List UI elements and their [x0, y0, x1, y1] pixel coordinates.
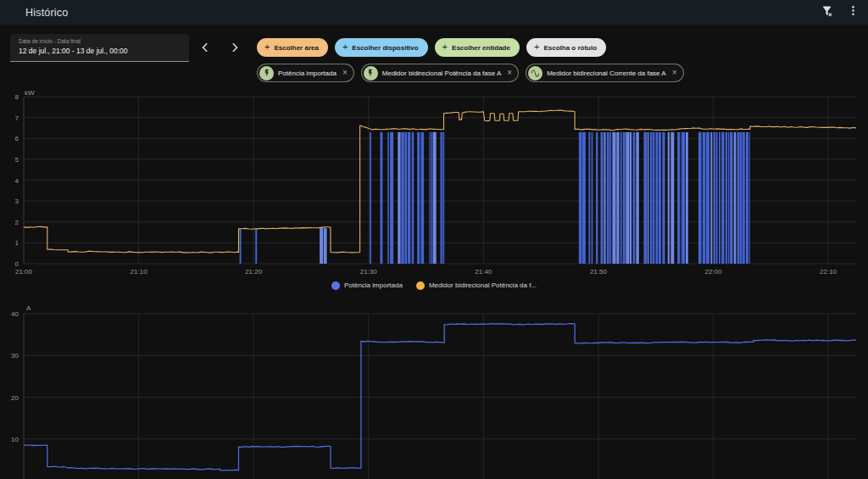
date-range-label: Data de início - Data final	[19, 38, 189, 44]
svg-text:8: 8	[15, 93, 19, 101]
svg-text:A: A	[26, 304, 31, 312]
legend-item-meter-power[interactable]: Medidor bidirecional Potência da f...	[416, 281, 537, 290]
legend-dot-blue	[331, 281, 340, 290]
legend-label: Medidor bidirecional Potência da f...	[429, 281, 537, 289]
close-icon[interactable]: ×	[342, 69, 348, 77]
date-range-value: 12 de jul., 21:00 - 13 de jul., 00:00	[19, 47, 189, 55]
svg-text:6: 6	[15, 135, 19, 142]
power-history-chart[interactable]: 01234567821:0021:1021:2021:3021:4021:502…	[0, 88, 868, 278]
chip-label: Medidor bidirecional Corrente da fase A	[547, 70, 666, 77]
remove-filters-button[interactable]	[819, 4, 836, 21]
chip-label: Escolher dispositivo	[352, 44, 418, 52]
plus-icon: +	[342, 42, 348, 52]
svg-text:21:50: 21:50	[590, 268, 608, 276]
chevron-right-icon	[228, 41, 242, 58]
svg-text:kW: kW	[25, 89, 35, 97]
chip-label: Potência importada	[278, 70, 337, 77]
close-icon[interactable]: ×	[672, 69, 677, 77]
sine-wave-icon	[528, 66, 542, 81]
plus-icon: +	[534, 42, 539, 52]
svg-text:21:30: 21:30	[360, 268, 378, 276]
svg-text:5: 5	[15, 156, 19, 164]
choose-entity-chip[interactable]: + Escolher entidade	[435, 38, 520, 57]
svg-text:21:00: 21:00	[15, 268, 33, 276]
current-history-chart[interactable]: 010203040A	[0, 302, 868, 479]
entity-chip-meter-current-phase-a[interactable]: Medidor bidirecional Corrente da fase A …	[526, 64, 683, 82]
svg-text:40: 40	[11, 310, 19, 318]
svg-text:2: 2	[15, 219, 19, 226]
app-bar-actions	[819, 4, 861, 21]
entity-chip-meter-power-phase-a[interactable]: Medidor bidirecional Potência da fase A …	[361, 64, 519, 82]
history-page: Histórico	[0, 0, 868, 479]
svg-text:22:10: 22:10	[820, 268, 837, 276]
svg-text:10: 10	[11, 436, 19, 443]
legend-dot-orange	[416, 281, 425, 290]
app-bar: Histórico	[0, 0, 868, 25]
legend-item-imported-power[interactable]: Potência importada	[331, 281, 403, 290]
filter-chip-row: + Escolher área + Escolher dispositivo +…	[257, 38, 606, 57]
menu-dots-icon	[847, 4, 860, 20]
next-period-button[interactable]	[225, 40, 244, 58]
flash-icon	[364, 66, 378, 81]
choose-device-chip[interactable]: + Escolher dispositivo	[335, 38, 428, 57]
page-title: Histórico	[25, 7, 68, 19]
svg-text:0: 0	[15, 260, 19, 268]
svg-text:20: 20	[11, 394, 19, 402]
previous-period-button[interactable]	[196, 40, 214, 58]
choose-label-chip[interactable]: + Escolha o rótulo	[526, 38, 606, 57]
chip-label: Escolher entidade	[452, 44, 510, 52]
chevron-left-icon	[198, 41, 212, 58]
choose-area-chip[interactable]: + Escolher área	[257, 38, 328, 57]
entity-chip-row: Potência importada × Medidor bidireciona…	[257, 64, 684, 82]
svg-text:3: 3	[15, 198, 19, 205]
plus-icon: +	[264, 42, 270, 52]
legend-label: Potência importada	[344, 281, 403, 289]
overflow-menu-button[interactable]	[844, 4, 861, 21]
svg-text:30: 30	[11, 352, 19, 359]
chip-label: Escolha o rótulo	[543, 44, 597, 52]
svg-text:21:10: 21:10	[131, 268, 148, 276]
svg-text:22:00: 22:00	[704, 268, 722, 276]
svg-text:4: 4	[15, 177, 19, 185]
date-range-field[interactable]: Data de início - Data final 12 de jul., …	[10, 34, 189, 62]
svg-text:7: 7	[15, 114, 19, 122]
filter-remove-icon	[821, 4, 834, 21]
chip-label: Escolher área	[274, 44, 318, 52]
svg-text:21:20: 21:20	[245, 268, 263, 276]
plus-icon: +	[442, 42, 448, 52]
entity-chip-imported-power[interactable]: Potência importada ×	[257, 64, 354, 82]
close-icon[interactable]: ×	[507, 69, 512, 77]
flash-icon	[259, 66, 274, 81]
chip-label: Medidor bidirecional Potência da fase A	[382, 70, 502, 77]
svg-text:21:40: 21:40	[475, 268, 492, 276]
svg-text:1: 1	[15, 239, 19, 247]
chart-legend: Potência importada Medidor bidirecional …	[0, 280, 868, 291]
